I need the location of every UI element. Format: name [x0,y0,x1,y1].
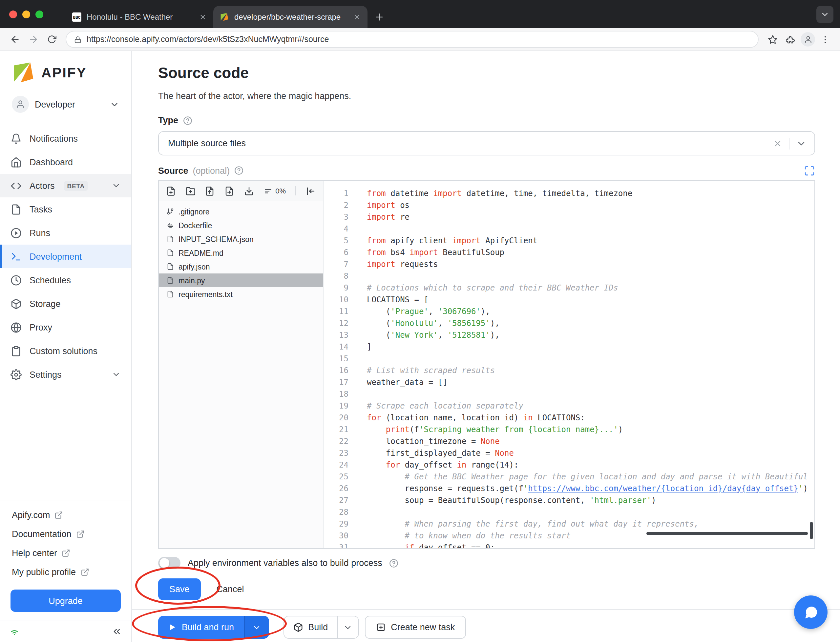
close-window-button[interactable] [9,10,17,18]
code-line[interactable]: 21 print(f'Scraping weather from {locati… [323,424,814,435]
upgrade-button[interactable]: Upgrade [10,590,121,612]
code-line[interactable]: 28 [323,506,814,518]
code-line[interactable]: 16# List with scraped results [323,365,814,376]
address-bar[interactable]: https://console.apify.com/actors/dev/k5t… [66,31,759,48]
help-icon[interactable] [390,558,399,567]
sidebar-item-proxy[interactable]: Proxy [0,315,131,339]
sidebar-item-schedules[interactable]: Schedules [0,268,131,292]
tab-search-button[interactable] [816,6,834,23]
sidebar-item-settings[interactable]: Settings [0,363,131,386]
bookmark-star-icon[interactable] [764,31,781,48]
code-editor[interactable]: 1from datetime import datetime, time, ti… [323,181,814,548]
link-my-public-profile[interactable]: My public profile [0,563,131,582]
download-icon[interactable] [244,186,254,196]
close-tab-icon[interactable] [199,13,207,21]
forward-button[interactable] [25,31,42,48]
code-line[interactable]: 24 for day_offset in range(14): [323,459,814,471]
new-tab-button[interactable] [374,12,385,22]
code-line[interactable]: 1from datetime import datetime, time, ti… [323,188,814,199]
code-line[interactable]: 26 response = requests.get(f'https://www… [323,483,814,494]
sidebar-item-custom-solutions[interactable]: Custom solutions [0,339,131,363]
file-readme-md[interactable]: README.md [159,246,323,260]
fullscreen-icon[interactable] [804,165,815,176]
code-line[interactable]: 18 [323,388,814,400]
code-line[interactable]: 2import os [323,199,814,211]
clear-select-icon[interactable] [773,139,782,148]
code-line[interactable]: 20for (location_name, location_id) in LO… [323,412,814,424]
env-vars-toggle[interactable] [158,557,180,569]
code-line[interactable]: 10LOCATIONS = [ [323,294,814,306]
build-dropdown-button[interactable] [337,616,358,638]
chevron-down-icon[interactable] [796,138,806,149]
import-file-icon[interactable] [224,186,234,196]
code-line[interactable]: 15 [323,353,814,365]
sidebar-item-runs[interactable]: Runs [0,221,131,245]
link-apify-com[interactable]: Apify.com [0,506,131,525]
zoom-control[interactable]: 0% [263,186,286,195]
code-line[interactable]: 9# Locations which to scrape and their B… [323,282,814,294]
new-folder-icon[interactable] [185,186,195,196]
file-requirements-txt[interactable]: requirements.txt [159,287,323,301]
link-documentation[interactable]: Documentation [0,525,131,544]
help-icon[interactable] [234,166,244,175]
code-line[interactable]: 22 location_timezone = None [323,435,814,447]
create-new-task-button[interactable]: Create new task [364,616,466,639]
build-button[interactable]: Build [284,616,337,638]
file-main-py[interactable]: main.py [159,274,323,287]
sidebar-item-tasks[interactable]: Tasks [0,198,131,221]
profile-avatar-icon[interactable] [801,32,815,47]
code-text: # Get the BBC Weather page for the given… [348,471,808,483]
account-switcher[interactable]: Developer [0,92,131,121]
zoom-window-button[interactable] [36,10,43,18]
back-button[interactable] [6,31,24,48]
code-line[interactable]: 6from bs4 import BeautifulSoup [323,246,814,258]
code-line[interactable]: 14] [323,341,814,353]
help-icon[interactable] [183,116,192,125]
build-and-run-dropdown-button[interactable] [244,616,269,639]
sidebar-item-dashboard[interactable]: Dashboard [0,150,131,174]
sidebar-item-development[interactable]: Development [0,245,131,268]
code-line[interactable]: 29 # When parsing the first day, find ou… [323,518,814,530]
code-line[interactable]: 4 [323,223,814,235]
code-line[interactable]: 7import requests [323,258,814,270]
build-and-run-button[interactable]: Build and run [158,616,244,639]
horizontal-scrollbar-thumb[interactable] [647,532,808,535]
sidebar-item-actors[interactable]: ActorsBETA [0,174,131,198]
close-tab-icon[interactable] [353,13,361,21]
code-line[interactable]: 25 # Get the BBC Weather page for the gi… [323,471,814,483]
tab-bbc-weather[interactable]: BBC Honolulu - BBC Weather [66,6,213,28]
type-select[interactable]: Multiple source files [158,131,815,156]
minimize-window-button[interactable] [22,10,30,18]
link-help-center[interactable]: Help center [0,544,131,563]
intercom-chat-button[interactable] [794,595,827,629]
new-file-icon[interactable] [166,186,176,196]
code-line[interactable]: 11 ('Prague', '3067696'), [323,306,814,318]
code-line[interactable]: 19# Scrape each location separately [323,400,814,412]
apify-logo[interactable]: APIFY [0,51,131,92]
reload-button[interactable] [43,31,60,48]
code-line[interactable]: 5from apify_client import ApifyClient [323,235,814,246]
code-line[interactable]: 3import re [323,211,814,223]
file-apify-json[interactable]: apify.json [159,260,323,274]
wrap-icon[interactable] [306,186,316,196]
code-line[interactable]: 27 soup = BeautifulSoup(response.content… [323,494,814,506]
tab-apify-console[interactable]: developer/bbc-weather-scrape [213,6,367,28]
code-line[interactable]: 17weather_data = [] [323,376,814,388]
code-line[interactable]: 23 first_displayed_date = None [323,447,814,459]
save-button[interactable]: Save [158,579,201,600]
file-dockerfile[interactable]: Dockerfile [159,218,323,232]
sidebar-item-notifications[interactable]: Notifications [0,126,131,150]
vertical-scrollbar-thumb[interactable] [810,522,813,539]
code-line[interactable]: 12 ('Honolulu', '5856195'), [323,318,814,329]
upload-file-icon[interactable] [205,186,215,196]
browser-menu-icon[interactable] [816,31,834,48]
cancel-button[interactable]: Cancel [210,579,251,600]
code-line[interactable]: 13 ('New York', '5128581'), [323,329,814,341]
sidebar-item-storage[interactable]: Storage [0,292,131,315]
extensions-icon[interactable] [782,31,799,48]
file--gitignore[interactable]: .gitignore [159,204,323,218]
collapse-sidebar-button[interactable] [112,626,122,636]
code-line[interactable]: 31 if day_offset == 0: [323,541,814,548]
code-line[interactable]: 8 [323,270,814,282]
file-input-schema-json[interactable]: INPUT_SCHEMA.json [159,232,323,246]
